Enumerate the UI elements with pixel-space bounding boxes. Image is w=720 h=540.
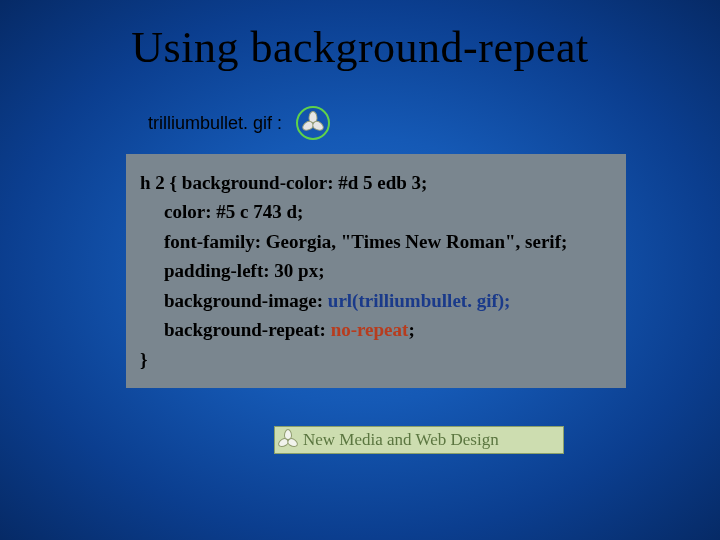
code-text: background-color: #d 5 edb 3;	[182, 172, 428, 193]
code-key: background-image:	[164, 290, 328, 311]
footer-example-banner: New Media and Web Design	[274, 426, 564, 454]
code-line: }	[140, 345, 616, 374]
code-line: background-repeat: no-repeat;	[140, 315, 616, 344]
code-text: padding-left: 30 px;	[140, 256, 324, 285]
slide-title: Using background-repeat	[0, 22, 720, 73]
bullet-filename-label: trilliumbullet. gif :	[148, 113, 282, 134]
code-url-value: url(trilliumbullet. gif);	[328, 290, 511, 311]
bullet-circle	[296, 106, 330, 140]
trillium-bullet-icon	[304, 114, 322, 132]
code-norepeat-value: no-repeat	[331, 319, 409, 340]
code-line: font-family: Georgia, "Times New Roman",…	[140, 227, 616, 256]
code-line: background-image: url(trilliumbullet. gi…	[140, 286, 616, 315]
bullet-sample-row: trilliumbullet. gif :	[148, 106, 330, 140]
code-text: background-repeat: no-repeat;	[140, 315, 415, 344]
code-tail: ;	[408, 319, 414, 340]
code-line: padding-left: 30 px;	[140, 256, 616, 285]
code-text: color: #5 c 743 d;	[140, 197, 303, 226]
code-text: background-image: url(trilliumbullet. gi…	[140, 286, 510, 315]
css-code-block: h 2 { background-color: #d 5 edb 3; colo…	[126, 154, 626, 388]
footer-banner-text: New Media and Web Design	[303, 430, 499, 450]
code-text: font-family: Georgia, "Times New Roman",…	[140, 227, 567, 256]
trillium-bullet-icon	[279, 431, 297, 449]
code-line: h 2 { background-color: #d 5 edb 3;	[140, 168, 616, 197]
code-line: color: #5 c 743 d;	[140, 197, 616, 226]
code-key: background-repeat:	[164, 319, 331, 340]
code-text: h 2 {	[140, 172, 182, 193]
slide: Using background-repeat trilliumbullet. …	[0, 0, 720, 540]
